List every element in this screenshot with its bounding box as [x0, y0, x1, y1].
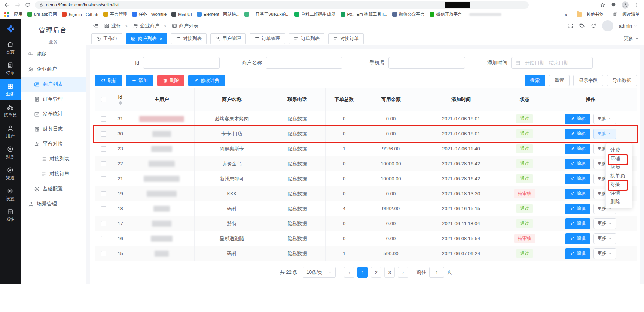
phone-input[interactable]: [388, 57, 465, 69]
apps-label[interactable]: 应用: [14, 12, 22, 17]
admin-menu[interactable]: admin: [619, 23, 637, 29]
row-checkbox[interactable]: [101, 236, 106, 241]
action-button[interactable]: 修改计费: [188, 75, 225, 86]
bookmark[interactable]: 草料二维码生成器: [294, 12, 336, 17]
bookmark[interactable]: uni-app官网: [27, 12, 57, 17]
collapse-sidebar-icon[interactable]: [93, 23, 99, 29]
tab[interactable]: 用户管理: [210, 33, 246, 44]
sidebar-item[interactable]: 平台对接: [21, 137, 86, 152]
sidebar-item[interactable]: 基础配置: [21, 181, 86, 196]
more-button[interactable]: 更多: [593, 129, 616, 139]
breadcrumb-item[interactable]: 商户列表: [160, 22, 199, 29]
rail-item[interactable]: 设置: [0, 184, 21, 205]
edit-button[interactable]: 编辑: [565, 218, 590, 229]
row-checkbox[interactable]: [101, 131, 106, 137]
browser-profile-avatar[interactable]: [622, 1, 629, 9]
tab[interactable]: 订单列表: [289, 33, 324, 44]
rail-item[interactable]: 业务: [0, 79, 21, 100]
date-range-picker[interactable]: 开始日期 结束日期: [511, 57, 593, 69]
action-button[interactable]: 显示字段: [573, 75, 603, 86]
next-page-button[interactable]: ›: [398, 267, 408, 278]
tab[interactable]: 订单管理: [250, 33, 285, 44]
dropdown-item[interactable]: 计费: [606, 146, 632, 154]
row-checkbox[interactable]: [101, 251, 106, 256]
dropdown-item[interactable]: 店铺: [606, 154, 632, 163]
tab[interactable]: 对接订单: [328, 33, 364, 44]
rail-item[interactable]: 用户: [0, 121, 21, 142]
bookmark[interactable]: Mint UI: [171, 12, 192, 17]
rail-item[interactable]: 订单: [0, 58, 21, 79]
reading-list-label[interactable]: 阅读清单: [622, 12, 640, 17]
sidebar-item[interactable]: 对接列表: [21, 152, 86, 166]
action-button[interactable]: 添加: [126, 75, 153, 86]
refresh-icon[interactable]: [590, 23, 596, 29]
edit-button[interactable]: 编辑: [565, 233, 590, 244]
goto-page-input[interactable]: [429, 267, 444, 278]
bookmark[interactable]: 微信开放平台: [430, 12, 462, 17]
more-button[interactable]: 更多: [593, 248, 616, 259]
more-button[interactable]: 更多: [593, 114, 616, 124]
extensions-icon[interactable]: [611, 2, 616, 8]
tab[interactable]: 对接列表: [171, 33, 207, 44]
edit-button[interactable]: 编辑: [565, 144, 590, 154]
back-icon[interactable]: [4, 2, 10, 8]
bookmark[interactable]: Px、Em 换算工具 |...: [341, 12, 387, 17]
edit-button[interactable]: 编辑: [565, 129, 590, 139]
theme-icon[interactable]: [579, 23, 585, 29]
edit-button[interactable]: 编辑: [565, 204, 590, 214]
row-checkbox[interactable]: [101, 221, 106, 226]
bookmark[interactable]: 微信公众平台: [392, 12, 425, 17]
tabs-more-menu[interactable]: 更多: [624, 35, 639, 42]
page-number-button[interactable]: 1: [357, 267, 368, 278]
edit-button[interactable]: 编辑: [565, 189, 590, 199]
dropdown-item[interactable]: 店员: [606, 163, 632, 171]
breadcrumb-item[interactable]: 业务: [104, 22, 121, 29]
row-checkbox[interactable]: [101, 191, 106, 196]
edit-button[interactable]: 编辑: [565, 159, 590, 169]
dropdown-item[interactable]: 详情: [606, 189, 632, 197]
edit-button[interactable]: 编辑: [565, 248, 590, 259]
rail-item[interactable]: 财务: [0, 142, 21, 163]
page-number-button[interactable]: 3: [384, 267, 395, 278]
edit-button[interactable]: 编辑: [565, 114, 590, 124]
row-checkbox[interactable]: [101, 206, 106, 211]
rail-item[interactable]: 系统: [0, 205, 21, 226]
other-bookmarks-label[interactable]: 其他书签: [586, 12, 604, 17]
bookmark[interactable]: Sign in · GitLab: [62, 12, 98, 17]
browser-menu-icon[interactable]: [634, 2, 640, 8]
merchant-name-input[interactable]: [266, 57, 342, 69]
sidebar-item[interactable]: 对接订单: [21, 166, 86, 181]
apps-grid-icon[interactable]: [4, 12, 9, 17]
more-button[interactable]: 更多: [593, 218, 616, 229]
tab[interactable]: 商户列表 ×: [126, 33, 168, 44]
tab[interactable]: 工作台: [91, 33, 122, 44]
sidebar-item[interactable]: 发单统计: [21, 107, 86, 122]
row-checkbox[interactable]: [101, 116, 106, 122]
bookmarks-overflow-chevron[interactable]: »: [565, 12, 567, 17]
sidebar-item[interactable]: 企业商户: [21, 62, 86, 77]
action-button[interactable]: 重置: [549, 75, 570, 86]
forward-icon[interactable]: [15, 2, 20, 8]
breadcrumb-item[interactable]: 企业商户: [121, 22, 160, 29]
address-bar[interactable]: demo.99make.com/business/seller/list: [35, 1, 529, 9]
select-all-checkbox[interactable]: [101, 97, 106, 102]
sidebar-item[interactable]: 商户列表: [21, 77, 86, 92]
page-size-select[interactable]: 10条/页: [303, 267, 336, 278]
dropdown-item[interactable]: 删除: [606, 197, 632, 206]
bookmark[interactable]: Element - 网站快...: [197, 12, 240, 17]
sidebar-item[interactable]: 订单管理: [21, 92, 86, 107]
sidebar-item[interactable]: 场景管理: [21, 196, 86, 211]
more-button[interactable]: 更多: [593, 233, 616, 244]
page-number-button[interactable]: 2: [371, 267, 381, 278]
action-button[interactable]: 删除: [157, 75, 184, 86]
row-checkbox[interactable]: [101, 161, 106, 166]
rail-item[interactable]: 渠道: [0, 163, 21, 184]
bookmark-star-icon[interactable]: [600, 2, 605, 8]
sidebar-item[interactable]: 跑腿: [21, 47, 86, 62]
dropdown-item[interactable]: 接单员: [606, 171, 632, 180]
row-checkbox[interactable]: [101, 176, 106, 181]
avatar[interactable]: [602, 20, 613, 31]
dropdown-item[interactable]: 对接: [606, 180, 632, 189]
column-id[interactable]: Id: [112, 88, 129, 111]
row-checkbox[interactable]: [101, 146, 106, 152]
